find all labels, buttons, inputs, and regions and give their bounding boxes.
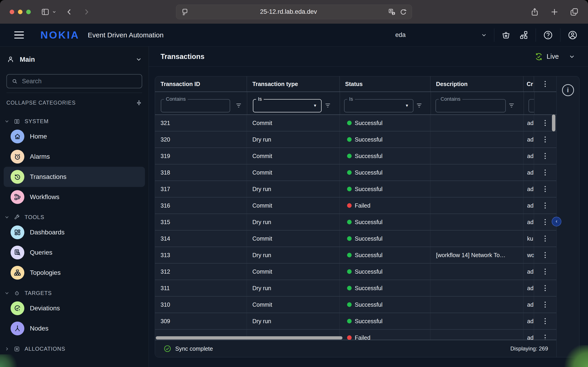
row-actions-button[interactable] [534,297,556,313]
column-header-created[interactable]: Cr [523,76,534,92]
collapse-categories-button[interactable]: COLLAPSE CATEGORIES [6,98,142,108]
search-input[interactable] [22,78,137,85]
kebab-menu-icon[interactable] [545,335,546,340]
kebab-menu-icon[interactable] [545,318,546,324]
row-actions-button[interactable] [534,131,556,148]
workflow-apps-icon[interactable] [519,30,529,40]
table-row[interactable]: 317 Dry run Successful ad [155,181,556,198]
sidebar-category-targets[interactable]: TARGETS [5,288,144,298]
kebab-menu-icon[interactable] [545,302,546,308]
kebab-menu-icon[interactable] [545,186,546,192]
row-actions-button[interactable] [534,148,556,164]
row-actions-button[interactable] [534,280,556,296]
table-row[interactable]: 318 Commit Successful ad [155,165,556,181]
collapse-panel-button[interactable]: ‹ [552,217,561,226]
row-actions-button[interactable] [534,198,556,214]
row-actions-button[interactable] [534,313,556,329]
kebab-menu-icon[interactable] [545,120,546,126]
filter-icon[interactable] [325,102,331,108]
info-icon[interactable]: i [562,84,574,96]
table-row[interactable]: 311 Dry run Successful ad [155,280,556,297]
table-row[interactable]: 312 Commit Successful ad [155,264,556,280]
column-header-transaction-id[interactable]: Transaction ID [155,76,247,92]
kebab-menu-icon[interactable] [545,202,546,209]
row-actions-button[interactable] [534,181,556,197]
vertical-scrollbar[interactable] [552,115,555,131]
profile-selector[interactable]: Main [6,51,142,68]
kebab-menu-icon[interactable] [545,285,546,291]
row-actions-button[interactable] [534,264,556,280]
row-actions-button[interactable] [534,165,556,181]
window-controls[interactable] [10,10,31,14]
sidebar-chevron-down-icon[interactable] [52,10,57,14]
filter-transaction-id-input[interactable]: Contains [161,99,230,112]
sidebar-search[interactable] [6,74,142,88]
filter-icon[interactable] [236,102,242,108]
url-text[interactable]: 25-12.rd.lab.eda.dev [189,8,388,15]
share-icon[interactable] [530,7,539,17]
filter-icon[interactable] [509,102,515,108]
row-actions-button[interactable] [534,330,556,340]
column-header-status[interactable]: Status [340,76,431,92]
new-tab-icon[interactable] [550,7,559,17]
table-row[interactable]: 321 Commit Successful ad [155,115,556,131]
tab-overview-icon[interactable] [570,7,579,17]
filter-created-input-clipped[interactable] [528,92,534,115]
sidebar-item-home[interactable]: Home [4,126,145,147]
sidebar-item-queries[interactable]: Queries [4,242,145,263]
kebab-menu-icon[interactable] [545,153,546,159]
sidebar-category-tools[interactable]: TOOLS [5,212,144,222]
table-row[interactable]: 315 Dry run Successful ad [155,214,556,231]
sidebar-category-system[interactable]: SYSTEM [5,116,144,126]
chevron-down-icon[interactable] [481,32,487,38]
live-mode-selector[interactable]: Live [534,52,575,61]
translate-icon[interactable] [388,8,396,16]
user-account-icon[interactable] [567,30,578,40]
back-button[interactable] [65,8,73,16]
zoom-window-button[interactable] [26,10,31,14]
filter-description-input[interactable]: Contains [435,99,506,112]
help-icon[interactable] [543,30,553,40]
table-row[interactable]: 316 Commit Failed ad [155,198,556,214]
sidebar-category-allocations[interactable]: ALLOCATIONS [5,344,144,354]
sidebar-item-deviations[interactable]: Deviations [4,298,145,318]
sidebar-item-topologies[interactable]: Topologies [4,263,145,283]
dropdown-caret-icon[interactable]: ▼ [405,103,409,108]
kebab-menu-icon[interactable] [545,81,546,87]
row-actions-button[interactable] [534,247,556,263]
forward-button[interactable] [82,8,90,16]
namespace-value[interactable]: eda [395,31,406,39]
sidebar-item-dashboards[interactable]: Dashboards [4,222,145,242]
kebab-menu-icon[interactable] [545,136,546,142]
chevron-down-icon[interactable] [135,56,142,63]
menu-icon[interactable] [14,31,24,39]
filter-transaction-type-select[interactable]: Is ▼ [253,99,321,112]
address-bar[interactable]: 25-12.rd.lab.eda.dev [176,5,412,19]
namespace-selector[interactable]: eda [395,31,487,39]
filter-status-select[interactable]: Is ▼ [344,99,414,112]
kebab-menu-icon[interactable] [545,252,546,258]
kebab-menu-icon[interactable] [545,236,546,242]
sidebar-toggle-icon[interactable] [41,8,50,16]
table-row[interactable]: 313 Dry run Successful [workflow 14] Net… [155,247,556,264]
sidebar-item-transactions[interactable]: Transactions [4,167,145,187]
horizontal-scrollbar[interactable] [156,336,342,340]
close-window-button[interactable] [10,10,14,14]
table-row[interactable]: 319 Commit Successful ad [155,148,556,165]
kebab-menu-icon[interactable] [545,169,546,175]
sidebar-item-workflows[interactable]: Workflows [4,187,145,207]
dropdown-caret-icon[interactable]: ▼ [313,103,317,108]
sidebar-item-nodes[interactable]: Nodes [4,318,145,339]
column-settings-button[interactable] [534,76,556,92]
chevron-down-icon[interactable] [569,53,575,60]
column-header-description[interactable]: Description [431,76,523,92]
row-actions-button[interactable] [534,231,556,247]
table-row[interactable]: 314 Commit Successful ku [155,231,556,247]
filter-icon[interactable] [416,102,422,108]
table-row[interactable]: 320 Dry run Successful ad [155,131,556,148]
table-row[interactable]: 310 Commit Successful ad [155,297,556,313]
kebab-menu-icon[interactable] [545,219,546,225]
sidebar-item-alarms[interactable]: Alarms [4,147,145,167]
column-header-transaction-type[interactable]: Transaction type [247,76,340,92]
reader-mode-icon[interactable] [181,8,189,16]
